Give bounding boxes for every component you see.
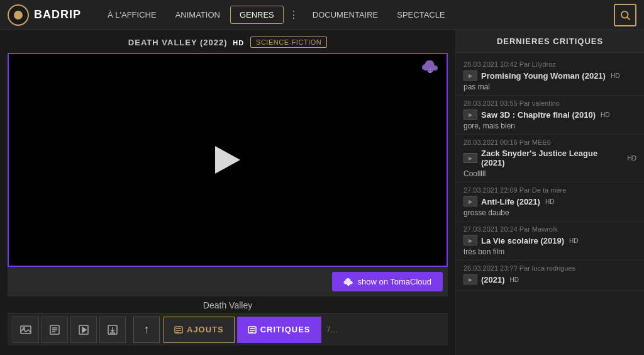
critiques-list: 28.03.2021 10:42 Par Lilydroz ▶ Promisin… bbox=[456, 53, 644, 355]
critique-movie-title: Anti-Life (2021) bbox=[481, 197, 540, 206]
nav-item-genres[interactable]: GENRES bbox=[230, 6, 284, 24]
svg-marker-11 bbox=[82, 327, 86, 332]
nav-more-icon[interactable]: ⋮ bbox=[285, 6, 303, 23]
critique-thumb: ▶ bbox=[464, 153, 477, 163]
critique-movie-row[interactable]: ▶ Zack Snyder's Justice League (2021) HD bbox=[464, 149, 636, 167]
text-icon-btn[interactable] bbox=[42, 317, 68, 343]
movie-name: Death Valley bbox=[8, 296, 448, 313]
critique-meta: 27.03.2021 20:24 Par Mawrolk bbox=[464, 225, 636, 233]
svg-line-1 bbox=[627, 17, 630, 20]
download-icon-btn[interactable] bbox=[99, 317, 126, 343]
nav-links: À L'AFFICHE ANIMATION GENRES ⋮ DOCUMENTA… bbox=[99, 6, 609, 24]
critique-movie-title: La Vie scolaire (2019) bbox=[481, 236, 564, 245]
tab-critiques-label: CRITIQUES bbox=[260, 325, 311, 334]
tab-critiques[interactable]: CRITIQUES bbox=[237, 317, 321, 343]
hd-badge: HD bbox=[628, 155, 636, 162]
hd-badge: HD bbox=[569, 237, 578, 244]
critique-movie-row[interactable]: ▶ La Vie scolaire (2019) HD bbox=[464, 235, 636, 245]
critique-thumb: ▶ bbox=[464, 274, 477, 285]
image-icon-btn[interactable] bbox=[13, 317, 39, 343]
video-area: DEATH VALLEY (2022) HD SCIENCE-FICTION bbox=[0, 30, 455, 355]
tab-ajouts[interactable]: AJOUTS bbox=[164, 317, 235, 343]
critique-text: gore, mais bien bbox=[464, 121, 636, 130]
genre-badge: SCIENCE-FICTION bbox=[250, 37, 327, 48]
list-item: 26.03.2021 23:?? Par luca rodrigues ▶ (2… bbox=[456, 261, 644, 291]
movie-title: DEATH VALLEY (2022) HD bbox=[128, 38, 244, 47]
tomacloud-label: show on TomaCloud bbox=[357, 277, 431, 286]
nav-item-spectacle[interactable]: SPECTACLE bbox=[388, 6, 453, 23]
toolbar-icons bbox=[8, 317, 131, 343]
nav-item-documentaire[interactable]: DOCUMENTAIRE bbox=[304, 6, 387, 23]
critique-text: pas mal bbox=[464, 82, 636, 91]
svg-point-0 bbox=[621, 11, 628, 18]
tomacloud-button[interactable]: show on TomaCloud bbox=[332, 272, 443, 291]
critique-movie-title: (2021) bbox=[481, 275, 505, 285]
scroll-up-button[interactable]: ↑ bbox=[133, 317, 160, 343]
quality-badge: HD bbox=[233, 39, 244, 47]
movie-title-bar: DEATH VALLEY (2022) HD SCIENCE-FICTION bbox=[8, 37, 448, 48]
critique-movie-title: Promising Young Woman (2021) bbox=[481, 71, 606, 81]
critique-thumb: ▶ bbox=[464, 70, 477, 81]
critique-meta: 27.03.2021 22:09 Par De ta mère bbox=[464, 186, 636, 194]
tab-ajouts-label: AJOUTS bbox=[187, 325, 224, 334]
video-player[interactable] bbox=[8, 53, 448, 267]
logo-icon bbox=[8, 4, 29, 26]
critiques-header: DERNIERES CRITIQUES bbox=[456, 30, 644, 53]
logo-text: BADRIP bbox=[34, 8, 81, 21]
critique-movie-row[interactable]: ▶ Anti-Life (2021) HD bbox=[464, 196, 636, 206]
critique-movie-row[interactable]: ▶ Saw 3D : Chapitre final (2010) HD bbox=[464, 110, 636, 120]
list-item: 28.03.2021 03:55 Par valentino ▶ Saw 3D … bbox=[456, 96, 644, 135]
nav-item-affiche[interactable]: À L'AFFICHE bbox=[99, 6, 165, 23]
critique-text: très bon film bbox=[464, 247, 636, 256]
list-item: 28.03.2021 10:42 Par Lilydroz ▶ Promisin… bbox=[456, 57, 644, 96]
header: BADRIP À L'AFFICHE ANIMATION GENRES ⋮ DO… bbox=[0, 0, 644, 30]
nav-item-animation[interactable]: ANIMATION bbox=[167, 6, 229, 23]
critique-meta: 28.03.2021 03:55 Par valentino bbox=[464, 99, 636, 107]
critique-thumb: ▶ bbox=[464, 235, 477, 245]
cloud-icon bbox=[421, 60, 439, 76]
main-content: DEATH VALLEY (2022) HD SCIENCE-FICTION bbox=[0, 30, 644, 355]
hd-badge: HD bbox=[611, 72, 619, 79]
list-item: 27.03.2021 20:24 Par Mawrolk ▶ La Vie sc… bbox=[456, 222, 644, 261]
logo-icon-inner bbox=[14, 11, 23, 20]
hd-badge: HD bbox=[545, 198, 554, 205]
critique-meta: 28.03.2021 10:42 Par Lilydroz bbox=[464, 60, 636, 68]
critique-thumb: ▶ bbox=[464, 196, 477, 206]
list-item: 28.03.2021 00:16 Par MEE6 ▶ Zack Snyder'… bbox=[456, 135, 644, 183]
critique-text: grosse daube bbox=[464, 208, 636, 217]
counter-badge: 7... bbox=[323, 325, 341, 334]
logo-area: BADRIP bbox=[8, 4, 81, 26]
search-icon bbox=[619, 9, 631, 21]
critiques-panel: DERNIERES CRITIQUES 28.03.2021 10:42 Par… bbox=[455, 30, 644, 355]
play-icon-btn[interactable] bbox=[70, 317, 97, 343]
critique-meta: 26.03.2021 23:?? Par luca rodrigues bbox=[464, 264, 636, 272]
hd-badge: HD bbox=[601, 111, 609, 118]
play-button[interactable] bbox=[215, 146, 240, 174]
critique-movie-row[interactable]: ▶ (2021) HD bbox=[464, 274, 636, 285]
critique-text: Coolllll bbox=[464, 169, 636, 178]
list-item: 27.03.2021 22:09 Par De ta mère ▶ Anti-L… bbox=[456, 183, 644, 222]
search-button[interactable] bbox=[614, 4, 636, 26]
critique-movie-title: Zack Snyder's Justice League (2021) bbox=[481, 149, 623, 167]
tomacloud-bar: show on TomaCloud bbox=[8, 267, 448, 296]
hd-badge: HD bbox=[510, 276, 519, 283]
critique-meta: 28.03.2021 00:16 Par MEE6 bbox=[464, 138, 636, 146]
critique-movie-title: Saw 3D : Chapitre final (2010) bbox=[481, 110, 596, 120]
bottom-toolbar: ↑ AJOUTS CRITIQUES 7... bbox=[8, 313, 448, 346]
critique-thumb: ▶ bbox=[464, 110, 477, 120]
critique-movie-row[interactable]: ▶ Promising Young Woman (2021) HD bbox=[464, 70, 636, 81]
